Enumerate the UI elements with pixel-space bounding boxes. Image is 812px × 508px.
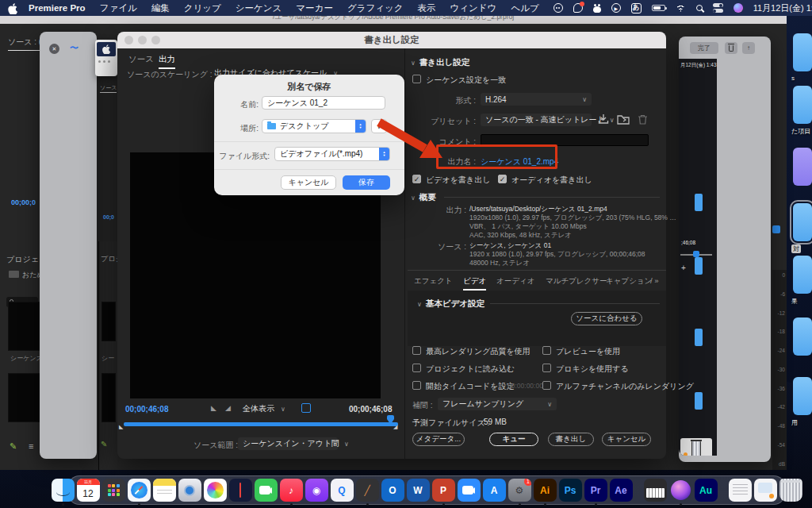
input-source-icon[interactable]: あ	[631, 3, 642, 13]
done-button[interactable]: 完了	[690, 42, 718, 54]
siri-icon[interactable]	[733, 3, 743, 13]
traffic-lights[interactable]	[124, 36, 160, 44]
tab-captions[interactable]: キャプション	[606, 276, 652, 287]
name-input[interactable]: シーケンス 01_2	[262, 96, 385, 110]
menu-window[interactable]: ウィンドウ	[450, 2, 497, 14]
dock-notes[interactable]	[153, 479, 176, 502]
dock-word[interactable]: W	[407, 479, 430, 502]
basic-video-header[interactable]: ∨基本ビデオ設定	[417, 298, 485, 310]
menu-marker[interactable]: マーカー	[296, 2, 333, 14]
desktop-file-icon[interactable]	[793, 377, 812, 415]
dock-launchpad[interactable]	[102, 479, 125, 502]
trash-button[interactable]	[725, 42, 737, 54]
use-proxies-checkbox[interactable]	[542, 364, 551, 372]
control-center-icon[interactable]	[713, 3, 723, 13]
menu-clock[interactable]: 11月12日(金) 1:43	[753, 2, 812, 14]
dock-podcasts[interactable]: ◉	[305, 479, 328, 502]
import-preset-icon[interactable]	[617, 114, 630, 125]
menu-view[interactable]: 表示	[418, 2, 436, 14]
timeline-timecode-left[interactable]: 00;00;46;08	[125, 405, 168, 414]
export-video-checkbox[interactable]: ✓	[412, 175, 421, 183]
match-sequence-checkbox[interactable]	[412, 75, 421, 83]
wifi-icon[interactable]	[676, 4, 686, 12]
fit-icon[interactable]	[301, 403, 311, 413]
preset-dropdown[interactable]: ソースの一致 - 高速ビットレート∨	[481, 114, 592, 126]
dock-calendar[interactable]: 11月12	[77, 479, 100, 502]
metadata-button[interactable]: メタデータ...	[412, 433, 465, 446]
source-range-dropdown[interactable]: シーケンスイン・アウト間∨	[238, 437, 338, 450]
tab-effects[interactable]: エフェクト	[414, 276, 453, 287]
dock-trash[interactable]	[779, 479, 802, 502]
dock-system-settings[interactable]: ⚙1	[508, 479, 531, 502]
spotlight-icon[interactable]	[696, 5, 703, 11]
desktop-file-icon[interactable]	[793, 318, 812, 356]
dock-voice-app[interactable]	[229, 479, 252, 502]
summary-header[interactable]: ∨概要	[411, 192, 436, 203]
menu-help[interactable]: ヘルプ	[511, 2, 538, 14]
interpolation-dropdown[interactable]: フレームサンプリング∨	[438, 398, 557, 410]
range-handle-left[interactable]: ◣	[119, 424, 123, 430]
status-play-icon[interactable]: ▶	[611, 3, 621, 13]
start-timecode-checkbox[interactable]	[412, 381, 421, 390]
dialog-cancel-button[interactable]: キャンセル	[281, 175, 336, 190]
desktop-file-icon[interactable]	[793, 86, 812, 124]
match-source-button[interactable]: ソースに合わせる	[571, 312, 642, 325]
markup-pen-icon[interactable]: 〜	[70, 42, 79, 54]
mini-slider-knob[interactable]	[772, 225, 780, 233]
desktop-file-icon[interactable]	[793, 256, 812, 294]
dock-zoom[interactable]	[458, 479, 481, 502]
settings-header[interactable]: ∨書き出し設定	[411, 57, 469, 68]
tabs-overflow[interactable]: / »	[650, 276, 659, 285]
save-preset-icon[interactable]	[598, 114, 609, 125]
dock-premiere-pro[interactable]: Pr	[584, 479, 607, 502]
dock-quicktime[interactable]: Q	[331, 479, 354, 502]
menu-app-name[interactable]: Premiere Pro	[29, 3, 86, 13]
dock-after-effects[interactable]: Ae	[610, 479, 633, 502]
dock-photoshop[interactable]: Ps	[559, 479, 582, 502]
menu-clip[interactable]: クリップ	[184, 2, 221, 14]
range-handle-right[interactable]: ◢	[393, 424, 397, 430]
use-previews-checkbox[interactable]	[542, 346, 551, 355]
dock-music[interactable]: ♪	[280, 479, 303, 502]
desktop-file-icon[interactable]	[793, 33, 812, 71]
menu-graphics[interactable]: グラフィック	[347, 2, 404, 14]
set-in-point-icon[interactable]: ◣	[211, 404, 216, 412]
menu-file[interactable]: ファイル	[100, 2, 137, 14]
list-view-icon[interactable]: ≡	[29, 441, 33, 451]
battery-icon[interactable]	[652, 5, 665, 11]
format-dropdown[interactable]: H.264∨	[481, 93, 592, 106]
menu-sequence[interactable]: シーケンス	[236, 2, 282, 14]
dock-photos[interactable]	[204, 479, 227, 502]
tab-video[interactable]: ビデオ	[463, 276, 486, 291]
apple-menu-icon[interactable]	[8, 3, 17, 13]
cancel-button[interactable]: キャンセル	[602, 433, 651, 446]
tab-output[interactable]: 出力	[159, 54, 175, 69]
dock-garageband[interactable]: ╱	[356, 479, 379, 502]
delete-preset-icon[interactable]	[638, 114, 648, 125]
dock-app-store[interactable]: A	[483, 479, 506, 502]
alpha-only-checkbox[interactable]	[542, 381, 551, 390]
dock-toast[interactable]	[178, 479, 201, 502]
set-out-point-icon[interactable]: ◢	[225, 404, 231, 412]
playhead[interactable]	[387, 415, 394, 422]
dock-document-1[interactable]	[729, 479, 752, 502]
dialog-save-button[interactable]: 保存	[343, 175, 390, 190]
dock-midi-keyboard[interactable]	[644, 479, 667, 502]
tab-source[interactable]: ソース	[128, 54, 154, 65]
zoom-level-dropdown[interactable]: 全体表示∨	[243, 403, 285, 414]
menu-edit[interactable]: 編集	[151, 2, 170, 14]
desktop-file-icon[interactable]	[793, 148, 812, 186]
desktop-file-icon[interactable]	[793, 203, 812, 241]
dock-document-2[interactable]	[754, 479, 777, 502]
dock-finder[interactable]	[52, 479, 75, 502]
export-button[interactable]: 書き出し	[548, 433, 594, 446]
dock-facetime[interactable]	[255, 479, 278, 502]
status-notification-icon[interactable]	[573, 3, 583, 13]
dock-powerpoint[interactable]: P	[432, 479, 455, 502]
dock-audition[interactable]: Au	[695, 479, 718, 502]
close-icon[interactable]: ✕	[49, 44, 59, 54]
share-button[interactable]: ↑	[742, 42, 755, 54]
tab-multiplexer[interactable]: マルチプレクサー	[546, 276, 607, 287]
max-render-quality-checkbox[interactable]	[412, 346, 421, 355]
dock-outlook[interactable]: O	[381, 479, 404, 502]
